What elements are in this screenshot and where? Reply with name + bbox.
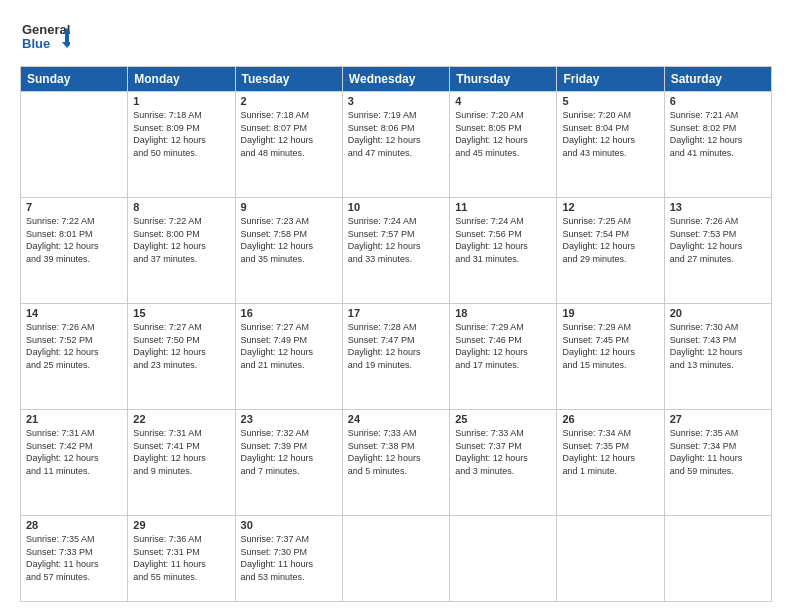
cell-3-2: 23Sunrise: 7:32 AM Sunset: 7:39 PM Dayli… xyxy=(235,410,342,516)
day-number: 4 xyxy=(455,95,551,107)
cell-2-2: 16Sunrise: 7:27 AM Sunset: 7:49 PM Dayli… xyxy=(235,304,342,410)
cell-2-5: 19Sunrise: 7:29 AM Sunset: 7:45 PM Dayli… xyxy=(557,304,664,410)
cell-1-6: 13Sunrise: 7:26 AM Sunset: 7:53 PM Dayli… xyxy=(664,198,771,304)
cell-4-1: 29Sunrise: 7:36 AM Sunset: 7:31 PM Dayli… xyxy=(128,516,235,602)
header-wednesday: Wednesday xyxy=(342,67,449,92)
day-info: Sunrise: 7:29 AM Sunset: 7:46 PM Dayligh… xyxy=(455,321,551,371)
day-info: Sunrise: 7:19 AM Sunset: 8:06 PM Dayligh… xyxy=(348,109,444,159)
calendar-header-row: SundayMondayTuesdayWednesdayThursdayFrid… xyxy=(21,67,772,92)
day-info: Sunrise: 7:20 AM Sunset: 8:05 PM Dayligh… xyxy=(455,109,551,159)
day-info: Sunrise: 7:35 AM Sunset: 7:34 PM Dayligh… xyxy=(670,427,766,477)
day-info: Sunrise: 7:24 AM Sunset: 7:56 PM Dayligh… xyxy=(455,215,551,265)
day-info: Sunrise: 7:18 AM Sunset: 8:09 PM Dayligh… xyxy=(133,109,229,159)
calendar-table: SundayMondayTuesdayWednesdayThursdayFrid… xyxy=(20,66,772,602)
cell-0-5: 5Sunrise: 7:20 AM Sunset: 8:04 PM Daylig… xyxy=(557,92,664,198)
cell-1-4: 11Sunrise: 7:24 AM Sunset: 7:56 PM Dayli… xyxy=(450,198,557,304)
cell-4-3 xyxy=(342,516,449,602)
cell-1-3: 10Sunrise: 7:24 AM Sunset: 7:57 PM Dayli… xyxy=(342,198,449,304)
cell-3-6: 27Sunrise: 7:35 AM Sunset: 7:34 PM Dayli… xyxy=(664,410,771,516)
day-number: 10 xyxy=(348,201,444,213)
day-info: Sunrise: 7:36 AM Sunset: 7:31 PM Dayligh… xyxy=(133,533,229,583)
svg-text:Blue: Blue xyxy=(22,36,50,51)
header-sunday: Sunday xyxy=(21,67,128,92)
cell-3-0: 21Sunrise: 7:31 AM Sunset: 7:42 PM Dayli… xyxy=(21,410,128,516)
header: General Blue xyxy=(20,16,772,56)
cell-0-4: 4Sunrise: 7:20 AM Sunset: 8:05 PM Daylig… xyxy=(450,92,557,198)
header-friday: Friday xyxy=(557,67,664,92)
day-number: 17 xyxy=(348,307,444,319)
day-number: 5 xyxy=(562,95,658,107)
cell-0-1: 1Sunrise: 7:18 AM Sunset: 8:09 PM Daylig… xyxy=(128,92,235,198)
cell-2-3: 17Sunrise: 7:28 AM Sunset: 7:47 PM Dayli… xyxy=(342,304,449,410)
cell-2-4: 18Sunrise: 7:29 AM Sunset: 7:46 PM Dayli… xyxy=(450,304,557,410)
day-info: Sunrise: 7:33 AM Sunset: 7:37 PM Dayligh… xyxy=(455,427,551,477)
day-number: 11 xyxy=(455,201,551,213)
cell-0-3: 3Sunrise: 7:19 AM Sunset: 8:06 PM Daylig… xyxy=(342,92,449,198)
cell-3-5: 26Sunrise: 7:34 AM Sunset: 7:35 PM Dayli… xyxy=(557,410,664,516)
header-tuesday: Tuesday xyxy=(235,67,342,92)
cell-2-0: 14Sunrise: 7:26 AM Sunset: 7:52 PM Dayli… xyxy=(21,304,128,410)
cell-4-5 xyxy=(557,516,664,602)
day-number: 16 xyxy=(241,307,337,319)
cell-0-2: 2Sunrise: 7:18 AM Sunset: 8:07 PM Daylig… xyxy=(235,92,342,198)
day-info: Sunrise: 7:31 AM Sunset: 7:41 PM Dayligh… xyxy=(133,427,229,477)
day-number: 2 xyxy=(241,95,337,107)
day-info: Sunrise: 7:20 AM Sunset: 8:04 PM Dayligh… xyxy=(562,109,658,159)
page: General Blue SundayMondayTuesdayWednesda… xyxy=(0,0,792,612)
logo-svg: General Blue xyxy=(20,16,70,56)
day-info: Sunrise: 7:26 AM Sunset: 7:53 PM Dayligh… xyxy=(670,215,766,265)
day-info: Sunrise: 7:30 AM Sunset: 7:43 PM Dayligh… xyxy=(670,321,766,371)
cell-4-2: 30Sunrise: 7:37 AM Sunset: 7:30 PM Dayli… xyxy=(235,516,342,602)
day-number: 14 xyxy=(26,307,122,319)
week-row-1: 1Sunrise: 7:18 AM Sunset: 8:09 PM Daylig… xyxy=(21,92,772,198)
cell-4-6 xyxy=(664,516,771,602)
cell-2-6: 20Sunrise: 7:30 AM Sunset: 7:43 PM Dayli… xyxy=(664,304,771,410)
svg-text:General: General xyxy=(22,22,70,37)
day-number: 7 xyxy=(26,201,122,213)
cell-1-1: 8Sunrise: 7:22 AM Sunset: 8:00 PM Daylig… xyxy=(128,198,235,304)
day-number: 22 xyxy=(133,413,229,425)
day-info: Sunrise: 7:18 AM Sunset: 8:07 PM Dayligh… xyxy=(241,109,337,159)
cell-1-5: 12Sunrise: 7:25 AM Sunset: 7:54 PM Dayli… xyxy=(557,198,664,304)
day-number: 27 xyxy=(670,413,766,425)
day-number: 29 xyxy=(133,519,229,531)
cell-1-0: 7Sunrise: 7:22 AM Sunset: 8:01 PM Daylig… xyxy=(21,198,128,304)
day-info: Sunrise: 7:31 AM Sunset: 7:42 PM Dayligh… xyxy=(26,427,122,477)
cell-3-1: 22Sunrise: 7:31 AM Sunset: 7:41 PM Dayli… xyxy=(128,410,235,516)
day-number: 12 xyxy=(562,201,658,213)
day-number: 23 xyxy=(241,413,337,425)
cell-4-4 xyxy=(450,516,557,602)
day-info: Sunrise: 7:23 AM Sunset: 7:58 PM Dayligh… xyxy=(241,215,337,265)
day-info: Sunrise: 7:24 AM Sunset: 7:57 PM Dayligh… xyxy=(348,215,444,265)
day-info: Sunrise: 7:22 AM Sunset: 8:00 PM Dayligh… xyxy=(133,215,229,265)
day-info: Sunrise: 7:26 AM Sunset: 7:52 PM Dayligh… xyxy=(26,321,122,371)
cell-0-0 xyxy=(21,92,128,198)
day-number: 24 xyxy=(348,413,444,425)
cell-3-4: 25Sunrise: 7:33 AM Sunset: 7:37 PM Dayli… xyxy=(450,410,557,516)
day-info: Sunrise: 7:32 AM Sunset: 7:39 PM Dayligh… xyxy=(241,427,337,477)
day-info: Sunrise: 7:21 AM Sunset: 8:02 PM Dayligh… xyxy=(670,109,766,159)
day-number: 13 xyxy=(670,201,766,213)
day-info: Sunrise: 7:27 AM Sunset: 7:50 PM Dayligh… xyxy=(133,321,229,371)
day-number: 9 xyxy=(241,201,337,213)
cell-4-0: 28Sunrise: 7:35 AM Sunset: 7:33 PM Dayli… xyxy=(21,516,128,602)
cell-3-3: 24Sunrise: 7:33 AM Sunset: 7:38 PM Dayli… xyxy=(342,410,449,516)
day-number: 18 xyxy=(455,307,551,319)
day-info: Sunrise: 7:22 AM Sunset: 8:01 PM Dayligh… xyxy=(26,215,122,265)
day-info: Sunrise: 7:28 AM Sunset: 7:47 PM Dayligh… xyxy=(348,321,444,371)
day-info: Sunrise: 7:25 AM Sunset: 7:54 PM Dayligh… xyxy=(562,215,658,265)
day-info: Sunrise: 7:27 AM Sunset: 7:49 PM Dayligh… xyxy=(241,321,337,371)
week-row-3: 14Sunrise: 7:26 AM Sunset: 7:52 PM Dayli… xyxy=(21,304,772,410)
day-number: 25 xyxy=(455,413,551,425)
day-number: 20 xyxy=(670,307,766,319)
day-info: Sunrise: 7:35 AM Sunset: 7:33 PM Dayligh… xyxy=(26,533,122,583)
cell-2-1: 15Sunrise: 7:27 AM Sunset: 7:50 PM Dayli… xyxy=(128,304,235,410)
week-row-4: 21Sunrise: 7:31 AM Sunset: 7:42 PM Dayli… xyxy=(21,410,772,516)
cell-0-6: 6Sunrise: 7:21 AM Sunset: 8:02 PM Daylig… xyxy=(664,92,771,198)
day-number: 21 xyxy=(26,413,122,425)
day-number: 30 xyxy=(241,519,337,531)
day-number: 6 xyxy=(670,95,766,107)
week-row-2: 7Sunrise: 7:22 AM Sunset: 8:01 PM Daylig… xyxy=(21,198,772,304)
cell-1-2: 9Sunrise: 7:23 AM Sunset: 7:58 PM Daylig… xyxy=(235,198,342,304)
week-row-5: 28Sunrise: 7:35 AM Sunset: 7:33 PM Dayli… xyxy=(21,516,772,602)
